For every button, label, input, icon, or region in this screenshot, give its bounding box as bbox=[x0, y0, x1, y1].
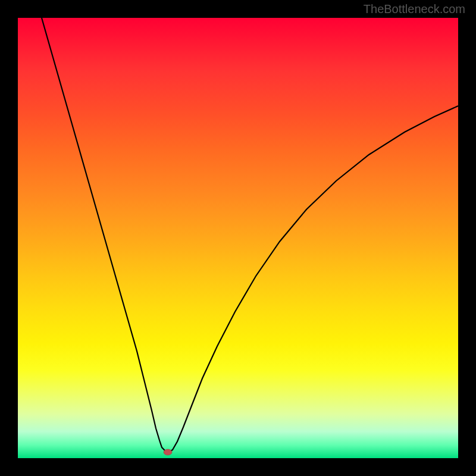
bottleneck-curve bbox=[42, 18, 458, 452]
chart-svg bbox=[18, 18, 458, 458]
optimal-point-marker bbox=[164, 449, 172, 455]
plot-area bbox=[18, 18, 458, 458]
watermark-text: TheBottleneck.com bbox=[364, 2, 465, 16]
